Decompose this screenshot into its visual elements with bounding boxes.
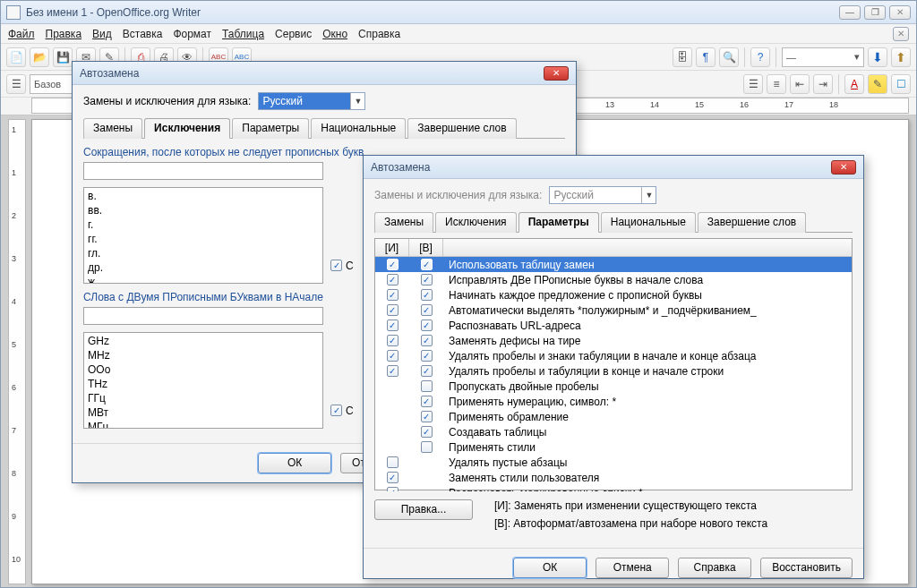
tab-replacements[interactable]: Замены — [83, 118, 142, 139]
arrow-up-icon[interactable]: ⬆ — [891, 47, 911, 67]
checkbox-b[interactable] — [421, 426, 433, 438]
list-item[interactable]: вв. — [86, 203, 321, 217]
menu-tools[interactable]: Сервис — [275, 28, 312, 40]
menu-edit[interactable]: Правка — [46, 28, 82, 40]
list-item[interactable]: гг. — [86, 232, 321, 246]
tab-localized[interactable]: Национальные — [601, 212, 696, 233]
checkbox-b[interactable] — [421, 396, 433, 407]
column-header-b[interactable]: [В] — [409, 239, 443, 256]
tab-word-completion[interactable]: Завершение слов — [698, 212, 806, 233]
help-icon[interactable]: ? — [750, 47, 770, 67]
checkbox-b[interactable] — [421, 304, 433, 316]
new-doc-icon[interactable]: 📄 — [6, 47, 26, 67]
option-row[interactable]: Удалять пробелы и знаки табуляции в нача… — [375, 348, 852, 363]
arrow-down-icon[interactable]: ⬇ — [868, 47, 887, 67]
list-bullet-icon[interactable]: ☰ — [743, 74, 763, 94]
checkbox-i[interactable] — [387, 456, 399, 468]
abbrev-input[interactable] — [83, 162, 323, 180]
option-row[interactable]: Исправлять ДВе ПРописные буквы в начале … — [375, 272, 852, 287]
column-header-text[interactable] — [443, 239, 852, 256]
highlight-icon[interactable]: ✎ — [868, 74, 887, 94]
list-item[interactable]: ж. — [86, 275, 321, 284]
option-row[interactable]: Удалять пробелы и табуляции в конце и на… — [375, 363, 852, 379]
tab-options[interactable]: Параметры — [518, 212, 599, 233]
checkbox-b[interactable] — [421, 441, 433, 453]
list-item[interactable]: МГц — [86, 420, 321, 429]
font-color-icon[interactable]: A — [844, 74, 864, 94]
option-row[interactable]: Применять стили — [375, 439, 852, 455]
dialog-titlebar[interactable]: Автозамена ✕ — [73, 62, 576, 85]
option-row[interactable]: Распознавать URL-адреса — [375, 318, 852, 333]
option-row[interactable]: Заменять стили пользователя — [375, 470, 852, 485]
list-item[interactable]: в. — [86, 189, 321, 203]
close-button[interactable]: ✕ — [889, 5, 911, 20]
dialog-close-button[interactable]: ✕ — [831, 160, 856, 175]
option-row[interactable]: Удалять пустые абзацы — [375, 455, 852, 470]
ok-button[interactable]: ОК — [513, 558, 587, 578]
option-row[interactable]: Автоматически выделять *полужирным* и _п… — [375, 303, 852, 318]
styles-dialog-icon[interactable]: ☰ — [6, 74, 26, 94]
save-icon[interactable]: 💾 — [53, 47, 73, 67]
checkbox-i[interactable] — [387, 487, 399, 491]
ruler-vertical[interactable]: 1 1 2 3 4 5 6 7 8 9 10 — [8, 119, 26, 584]
options-list[interactable]: Использовать таблицу заменИсправлять ДВе… — [375, 257, 852, 491]
checkbox-b[interactable] — [421, 411, 433, 422]
option-row[interactable]: Создавать таблицы — [375, 424, 852, 439]
list-item[interactable]: GHz — [86, 334, 321, 348]
menu-view[interactable]: Вид — [92, 28, 112, 40]
twocaps-list[interactable]: GHz MHz OOo THz ГГц МВт МГц — [83, 332, 323, 429]
menu-insert[interactable]: Вставка — [123, 28, 163, 40]
indent-less-icon[interactable]: ⇤ — [790, 74, 810, 94]
menu-file[interactable]: Файл — [8, 28, 35, 40]
list-item[interactable]: МВт — [86, 405, 321, 420]
nav-combo[interactable]: — — [782, 47, 864, 67]
nonprinting-icon[interactable]: ¶ — [696, 47, 716, 67]
language-select[interactable]: Русский ▼ — [258, 92, 365, 110]
maximize-button[interactable]: ❐ — [864, 5, 886, 20]
autoinclude-checkbox-2[interactable]: С — [330, 405, 354, 417]
list-item[interactable]: MHz — [86, 348, 321, 362]
option-row[interactable]: Применять обрамление — [375, 409, 852, 424]
data-source-icon[interactable]: 🗄 — [673, 47, 692, 67]
checkbox-b[interactable] — [421, 289, 433, 301]
tab-exceptions[interactable]: Исключения — [144, 118, 230, 139]
tab-localized[interactable]: Национальные — [311, 118, 406, 139]
checkbox-i[interactable] — [387, 365, 399, 377]
checkbox-i[interactable] — [387, 472, 399, 483]
tab-options[interactable]: Параметры — [232, 118, 309, 139]
open-icon[interactable]: 📂 — [30, 47, 49, 67]
indent-more-icon[interactable]: ⇥ — [813, 74, 833, 94]
twocaps-input[interactable] — [83, 307, 323, 325]
zoom-icon[interactable]: 🔍 — [719, 47, 739, 67]
list-item[interactable]: др. — [86, 260, 321, 275]
option-row[interactable]: Начинать каждое предложение с прописной … — [375, 287, 852, 303]
reset-button[interactable]: Восстановить — [760, 558, 853, 578]
column-header-i[interactable]: [И] — [375, 239, 409, 256]
option-row[interactable]: Применять нумерацию, символ: * — [375, 394, 852, 409]
bg-color-icon[interactable]: ☐ — [891, 74, 911, 94]
list-item[interactable]: г. — [86, 217, 321, 232]
menu-window[interactable]: Окно — [322, 28, 347, 40]
list-item[interactable]: гл. — [86, 246, 321, 260]
menu-help[interactable]: Справка — [358, 28, 400, 40]
list-item[interactable]: ГГц — [86, 391, 321, 405]
list-item[interactable]: OOo — [86, 362, 321, 377]
minimize-button[interactable]: — — [839, 5, 861, 20]
checkbox-b[interactable] — [421, 335, 433, 346]
checkbox-i[interactable] — [387, 274, 399, 285]
option-row[interactable]: Заменять дефисы на тире — [375, 333, 852, 348]
checkbox-b[interactable] — [421, 274, 433, 285]
ok-button[interactable]: ОК — [258, 453, 331, 473]
checkbox-b[interactable] — [421, 259, 433, 270]
checkbox-b[interactable] — [421, 320, 433, 331]
checkbox-b[interactable] — [421, 380, 433, 392]
list-num-icon[interactable]: ≡ — [767, 74, 786, 94]
option-row[interactable]: Использовать таблицу замен — [375, 257, 852, 272]
checkbox-i[interactable] — [387, 259, 399, 270]
tab-replacements[interactable]: Замены — [374, 212, 433, 233]
dialog-close-button[interactable]: ✕ — [544, 66, 569, 81]
checkbox-b[interactable] — [421, 365, 433, 377]
checkbox-i[interactable] — [387, 335, 399, 346]
option-row[interactable]: Пропускать двойные пробелы — [375, 379, 852, 394]
checkbox-b[interactable] — [421, 350, 433, 362]
